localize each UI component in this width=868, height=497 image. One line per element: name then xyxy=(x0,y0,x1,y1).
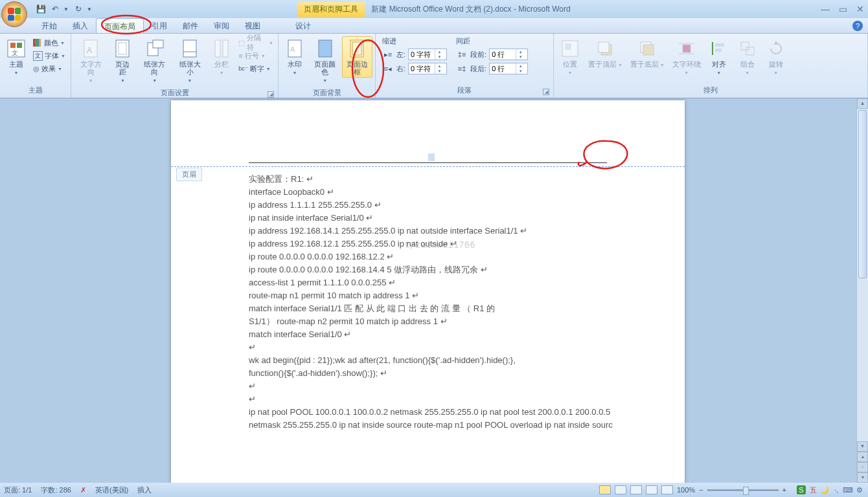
bring-front-button[interactable]: 置于顶层 ▼ xyxy=(585,36,626,71)
tab-home[interactable]: 开始 xyxy=(34,18,65,33)
qat-customize[interactable]: ▼ xyxy=(87,6,93,12)
tab-design[interactable]: 设计 xyxy=(288,18,319,33)
indent-left-input[interactable]: ▲▼ xyxy=(408,49,447,60)
svg-rect-16 xyxy=(319,40,332,57)
group-label-paragraph: 段落 xyxy=(457,86,472,94)
save-icon[interactable]: 💾 xyxy=(35,3,47,15)
zoom-out-button[interactable]: − xyxy=(699,486,703,494)
browse-object-button[interactable]: ◦ xyxy=(857,462,868,472)
undo-dropdown[interactable]: ▼ xyxy=(63,6,70,12)
zoom-level[interactable]: 100% xyxy=(677,486,695,494)
ribbon: 文 主题▼ 颜色 ▼ 文字体 ▼ ◎效果 ▼ 主题 A文字方向▼ 页边距▼ 纸张… xyxy=(0,34,868,98)
page-setup-launcher[interactable]: ◢ xyxy=(268,91,274,98)
group-label-page-background: 页面背景 xyxy=(281,87,372,99)
scroll-down-button[interactable]: ▼ xyxy=(857,441,868,452)
prev-page-button[interactable]: ▴ xyxy=(857,452,868,462)
zoom-slider[interactable] xyxy=(707,489,779,491)
hyphenation-button[interactable]: bc⁻ 断字 ▼ xyxy=(236,62,275,75)
document-area[interactable]: 页眉 t/zainwei1766 实验配置：R1: ↵ interface Lo… xyxy=(0,98,868,483)
proofing-icon[interactable]: ✗ xyxy=(80,486,86,494)
redo-icon[interactable]: ↻ xyxy=(73,3,84,15)
tab-references[interactable]: 引用 xyxy=(144,18,175,33)
office-button[interactable] xyxy=(1,1,27,27)
position-button[interactable]: 位置▼ xyxy=(556,36,584,79)
status-page[interactable]: 页面: 1/1 xyxy=(4,485,32,495)
restore-button[interactable]: ▭ xyxy=(839,4,847,14)
group-label-themes: 主题 xyxy=(3,84,68,96)
undo-icon[interactable]: ↶ xyxy=(49,3,61,15)
tray-icon[interactable]: ·, xyxy=(832,485,841,494)
group-label-arrange: 排列 xyxy=(556,84,865,96)
scroll-thumb[interactable] xyxy=(858,110,867,278)
breaks-button[interactable]: ⬚ 分隔符 ▼ xyxy=(236,36,275,49)
indent-right-icon: ≡◂ xyxy=(382,64,394,73)
group-themes: 文 主题▼ 颜色 ▼ 文字体 ▼ ◎效果 ▼ 主题 xyxy=(0,34,71,98)
document-title: 新建 Microsoft Office Word 文档 (2).docx - M… xyxy=(371,4,570,15)
tray-icon[interactable]: 🌙 xyxy=(820,485,829,494)
vertical-scrollbar[interactable]: ▲ ▼ ▴ ◦ ▾ xyxy=(856,98,868,483)
tab-view[interactable]: 视图 xyxy=(237,18,268,33)
scroll-up-button[interactable]: ▲ xyxy=(857,98,868,109)
line-numbers-button[interactable]: ≡ 行号 ▼ xyxy=(236,49,275,62)
title-bar: 💾 ↶ ▼ ↻ ▼ 页眉和页脚工具 新建 Microsoft Office Wo… xyxy=(0,0,868,18)
orientation-button[interactable]: 纸张方向▼ xyxy=(137,36,171,87)
space-before-label: 段前: xyxy=(470,50,486,60)
status-insert-mode[interactable]: 插入 xyxy=(137,485,152,495)
fullscreen-view[interactable] xyxy=(615,485,626,494)
text-direction-button[interactable]: A文字方向▼ xyxy=(74,36,108,87)
send-back-button[interactable]: 置于底层 ▼ xyxy=(627,36,668,71)
page-borders-button[interactable]: 页面边框 xyxy=(342,36,373,78)
theme-colors-button[interactable]: 颜色 ▼ xyxy=(31,36,67,49)
svg-rect-12 xyxy=(215,40,220,57)
columns-button[interactable]: 分栏▼ xyxy=(208,36,235,79)
header-underline xyxy=(249,162,607,163)
space-before-icon: ‡≡ xyxy=(456,50,468,59)
indent-right-input[interactable]: ▲▼ xyxy=(408,63,447,74)
space-before-input[interactable]: ▲▼ xyxy=(489,49,528,60)
tab-review[interactable]: 审阅 xyxy=(206,18,237,33)
align-button[interactable]: 对齐▼ xyxy=(705,36,733,79)
rotate-button[interactable]: 旋转▼ xyxy=(762,36,790,79)
quick-access-toolbar: 💾 ↶ ▼ ↻ ▼ xyxy=(35,3,93,15)
tab-page-layout[interactable]: 页面布局 xyxy=(96,18,144,33)
indent-label: 缩进 xyxy=(382,36,447,47)
svg-text:文: 文 xyxy=(12,49,18,56)
svg-rect-22 xyxy=(599,42,609,52)
watermark-button[interactable]: A水印▼ xyxy=(281,36,308,79)
theme-fonts-button[interactable]: 文字体 ▼ xyxy=(31,49,67,62)
draft-view[interactable] xyxy=(661,485,673,494)
tray-icon[interactable]: ⚙ xyxy=(855,485,864,494)
paragraph-launcher[interactable]: ◢ xyxy=(543,89,549,95)
space-after-icon: ≡‡ xyxy=(456,64,468,73)
text-wrap-button[interactable]: 文字环绕▼ xyxy=(669,36,704,79)
svg-rect-9 xyxy=(153,40,163,48)
help-button[interactable]: ? xyxy=(852,21,863,31)
next-page-button[interactable]: ▾ xyxy=(857,472,868,483)
header-tag[interactable]: 页眉 xyxy=(176,168,202,181)
margins-button[interactable]: 页边距▼ xyxy=(109,36,136,87)
tray-icon[interactable]: ⌨ xyxy=(843,485,852,494)
svg-rect-13 xyxy=(223,40,228,57)
minimize-button[interactable]: — xyxy=(821,4,830,14)
zoom-in-button[interactable]: + xyxy=(782,486,786,494)
tray-icon[interactable]: 五 xyxy=(808,485,817,494)
tab-insert[interactable]: 插入 xyxy=(65,18,96,33)
tray-icon[interactable]: S xyxy=(797,485,806,494)
theme-effects-button[interactable]: ◎效果 ▼ xyxy=(31,62,67,75)
themes-button[interactable]: 文 主题▼ xyxy=(3,36,30,79)
tab-mailings[interactable]: 邮件 xyxy=(175,18,206,33)
status-word-count[interactable]: 字数: 286 xyxy=(41,485,71,495)
status-language[interactable]: 英语(美国) xyxy=(95,485,128,495)
svg-rect-30 xyxy=(715,49,722,52)
close-button[interactable]: ✕ xyxy=(856,4,864,14)
page-color-button[interactable]: 页面颜色▼ xyxy=(310,36,341,87)
svg-rect-24 xyxy=(643,45,654,55)
system-tray: S 五 🌙 ·, ⌨ ⚙ xyxy=(797,485,864,494)
group-button[interactable]: 组合▼ xyxy=(734,36,761,79)
space-after-input[interactable]: ▲▼ xyxy=(489,63,528,74)
outline-view[interactable] xyxy=(646,485,657,494)
page-size-button[interactable]: 纸张大小▼ xyxy=(173,36,207,87)
print-layout-view[interactable] xyxy=(599,485,611,494)
web-layout-view[interactable] xyxy=(630,485,642,494)
document-body[interactable]: 实验配置：R1: ↵ interface Loopback0 ↵ ip addr… xyxy=(249,173,639,432)
